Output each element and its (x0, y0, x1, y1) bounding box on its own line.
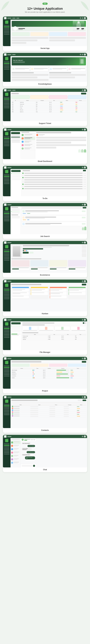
email-list-item[interactable] (21, 147, 35, 150)
email-list-item[interactable] (21, 134, 35, 137)
job-search-input[interactable] (21, 207, 82, 208)
job-listing-item[interactable]: Part-time $80k (21, 216, 86, 221)
add-to-cart-btn[interactable] (23, 252, 29, 254)
kanban-board (11, 286, 86, 300)
kanban-card[interactable] (50, 296, 67, 298)
nav-icon (80, 54, 81, 55)
product-card-item[interactable] (49, 260, 67, 270)
files-table: Name Size Date Type Project_doc.pdf2.4 M… (22, 334, 86, 340)
upload-btn[interactable] (11, 322, 21, 324)
chat-contact-item[interactable] (10, 451, 21, 454)
chat-app-card: Hey, how are you? I'm fine thanks! Can w… (3, 435, 87, 472)
kanban-app-label: Kanban (3, 312, 87, 316)
apply-btn[interactable] (82, 210, 86, 212)
email-list-item-active[interactable] (21, 137, 35, 140)
job-listings: Full-time Remote (21, 206, 87, 234)
todo-checkbox[interactable] (22, 188, 24, 189)
email-list-item[interactable] (21, 140, 35, 144)
file-item[interactable] (39, 326, 54, 332)
compose-btn[interactable] (11, 132, 20, 134)
chat-input[interactable] (22, 465, 33, 466)
chat-contact-item[interactable] (10, 454, 21, 458)
todo-checkbox[interactable] (22, 184, 24, 185)
color-swatch[interactable] (24, 250, 26, 251)
search-btn[interactable] (83, 207, 86, 208)
kanban-card[interactable] (50, 292, 67, 295)
todo-checkbox[interactable] (22, 179, 24, 180)
product-thumb[interactable] (82, 245, 86, 249)
kanban-card[interactable] (69, 292, 86, 295)
kanban-card[interactable] (12, 296, 29, 298)
product-card-item[interactable] (68, 260, 86, 270)
product-card-item[interactable] (11, 260, 30, 270)
job-listing-item[interactable]: Full-time Remote (21, 209, 86, 215)
sidebar-item-active (4, 176, 9, 177)
list-view-btn[interactable] (85, 322, 86, 324)
todo-checkbox[interactable] (22, 177, 24, 178)
file-item[interactable] (71, 326, 86, 332)
todo-checkbox[interactable] (22, 182, 24, 182)
recent-title (22, 324, 45, 326)
kanban-card[interactable] (50, 289, 67, 292)
video-call-icon[interactable] (31, 439, 32, 440)
color-swatch[interactable] (26, 250, 27, 251)
contact-row[interactable]: Pending (11, 415, 86, 417)
filter-btn[interactable] (78, 400, 82, 401)
email-body-line (36, 142, 71, 144)
contact-row[interactable]: Active (11, 406, 86, 408)
send-btn[interactable] (33, 465, 35, 467)
kanban-card[interactable] (31, 292, 48, 295)
contact-row[interactable]: Active (11, 410, 86, 412)
contact-search[interactable] (11, 402, 86, 404)
chat-contact-item[interactable] (10, 444, 21, 448)
email-list-item[interactable] (21, 144, 35, 147)
sidebar-item-active (4, 213, 9, 214)
product-thumb[interactable] (82, 253, 86, 257)
add-btn[interactable] (83, 170, 86, 171)
kanban-card[interactable] (12, 289, 29, 292)
breadcrumb (22, 322, 54, 324)
new-project-btn[interactable] (82, 361, 86, 363)
social-content (10, 20, 87, 46)
job-title (25, 210, 59, 211)
more-options-icon[interactable] (34, 439, 35, 440)
todo-checkbox[interactable] (22, 186, 24, 187)
apply-btn[interactable] (82, 223, 86, 224)
add-task-btn[interactable] (82, 284, 86, 286)
product-card-item[interactable] (30, 260, 48, 270)
todo-checkbox[interactable] (22, 175, 24, 176)
user-avatar (84, 54, 86, 56)
product-thumb[interactable] (82, 249, 86, 253)
contact-row[interactable]: Inactive (11, 412, 86, 413)
voice-call-icon[interactable] (32, 439, 34, 440)
chat-contact-item[interactable] (10, 461, 21, 464)
job-listing-item[interactable] (21, 222, 86, 226)
contact-row[interactable]: Active (11, 413, 86, 415)
contact-avatar (11, 458, 13, 460)
kanban-card[interactable] (12, 292, 29, 295)
kanban-card[interactable] (69, 289, 86, 292)
new-ticket-btn[interactable] (81, 93, 86, 94)
add-task-btn[interactable] (11, 170, 21, 172)
grid-view-btn[interactable] (83, 322, 84, 324)
todo-checkbox[interactable] (22, 172, 24, 174)
file-item[interactable] (55, 326, 70, 332)
color-swatch[interactable] (23, 250, 24, 251)
chat-contact-item-active[interactable] (10, 441, 21, 444)
chat-contact-item[interactable] (10, 458, 21, 461)
filename (23, 330, 37, 331)
file-item[interactable] (22, 326, 38, 332)
chat-contact-item[interactable] (10, 448, 21, 451)
trash-folder (11, 332, 21, 332)
todo-item (21, 176, 87, 179)
apply-btn[interactable] (82, 217, 86, 218)
chat-search[interactable] (11, 439, 20, 440)
storage-fill (11, 334, 17, 334)
contact-row[interactable]: Pending (11, 408, 86, 410)
table-row: #006Export csvAnnaDec 07 Open Low (11, 111, 86, 113)
sidebar-item (4, 408, 9, 409)
add-contact-btn[interactable] (83, 400, 86, 401)
kanban-card[interactable] (31, 289, 48, 292)
wishlist-btn[interactable] (29, 252, 34, 254)
company-name (25, 212, 48, 212)
